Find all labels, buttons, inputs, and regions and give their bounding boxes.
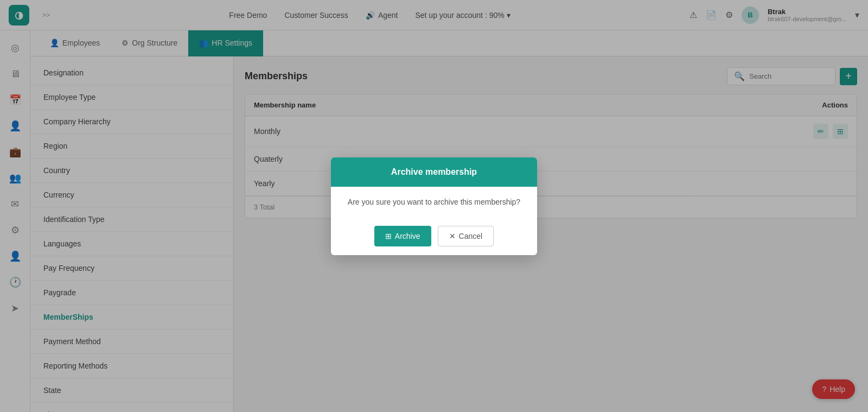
cancel-btn-icon: ✕ [449, 232, 456, 240]
archive-btn-icon: ⊞ [385, 232, 392, 240]
modal-message: Are you sure you want to archive this me… [348, 198, 520, 206]
modal-body: Are you sure you want to archive this me… [331, 187, 537, 217]
modal-overlay: Archive membership Are you sure you want… [0, 0, 868, 412]
modal-footer: ⊞ Archive ✕ Cancel [331, 217, 537, 255]
archive-confirm-button[interactable]: ⊞ Archive [374, 226, 431, 246]
cancel-button[interactable]: ✕ Cancel [438, 226, 494, 246]
modal-title: Archive membership [391, 167, 477, 176]
archive-modal: Archive membership Are you sure you want… [331, 157, 537, 255]
modal-header: Archive membership [331, 157, 537, 187]
